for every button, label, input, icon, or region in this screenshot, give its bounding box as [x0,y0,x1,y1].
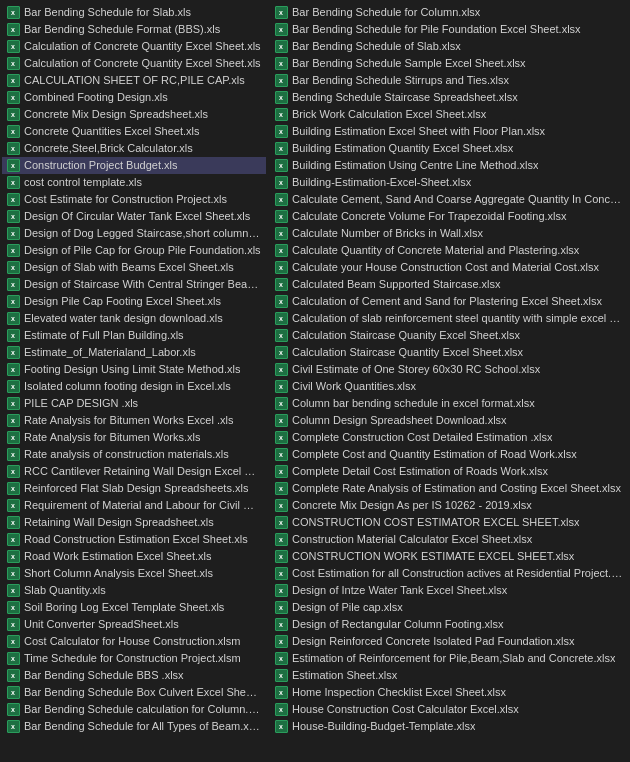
list-item[interactable]: xEstimation Sheet.xlsx [270,667,628,684]
list-item[interactable]: xBuilding Estimation Using Centre Line M… [270,157,628,174]
list-item[interactable]: xCalculate Concrete Volume For Trapezoid… [270,208,628,225]
excel-file-icon: x [6,23,20,37]
list-item[interactable]: xCost Calculator for House Construction.… [2,633,266,650]
list-item[interactable]: xEstimation of Reinforcement for Pile,Be… [270,650,628,667]
list-item[interactable]: xColumn Design Spreadsheet Download.xlsx [270,412,628,429]
list-item[interactable]: xCalculation of Cement and Sand for Plas… [270,293,628,310]
list-item[interactable]: xBrick Work Calculation Excel Sheet.xlsx [270,106,628,123]
list-item[interactable]: xFooting Design Using Limit State Method… [2,361,266,378]
list-item[interactable]: xCalculation of Concrete Quantity Excel … [2,55,266,72]
list-item[interactable]: xCivil Work Quantities.xlsx [270,378,628,395]
list-item[interactable]: xCalculation Staircase Quantity Excel Sh… [270,344,628,361]
list-item[interactable]: xRoad Construction Estimation Excel Shee… [2,531,266,548]
list-item[interactable]: xShort Column Analysis Excel Sheet.xls [2,565,266,582]
list-item[interactable]: xRequirement of Material and Labour for … [2,497,266,514]
list-item[interactable]: xSoil Boring Log Excel Template Sheet.xl… [2,599,266,616]
list-item[interactable]: xRate Analysis for Bitumen Works.xls [2,429,266,446]
list-item[interactable]: xCONSTRUCTION WORK ESTIMATE EXCEL SHEET.… [270,548,628,565]
list-item[interactable]: xcost control template.xls [2,174,266,191]
file-name-label: Requirement of Material and Labour for C… [24,497,262,514]
list-item[interactable]: xBar Bending Schedule for Slab.xls [2,4,266,21]
list-item[interactable]: xBar Bending Schedule Box Culvert Excel … [2,684,266,701]
list-item[interactable]: xDesign of Dog Legged Staircase,short co… [2,225,266,242]
list-item[interactable]: xCalculation of Concrete Quantity Excel … [2,38,266,55]
list-item[interactable]: xCivil Estimate of One Storey 60x30 RC S… [270,361,628,378]
list-item[interactable]: xConcrete Mix Design Spreadsheet.xls [2,106,266,123]
main-container: xBar Bending Schedule for Slab.xlsxBar B… [0,0,630,762]
excel-file-icon: x [274,159,288,173]
list-item[interactable]: xDesign of Staircase With Central String… [2,276,266,293]
list-item[interactable]: xRoad Work Estimation Excel Sheet.xls [2,548,266,565]
list-item[interactable]: xConstruction Project Budget.xls [2,157,266,174]
list-item[interactable]: xRCC Cantilever Retaining Wall Design Ex… [2,463,266,480]
list-item[interactable]: xBar Bending Schedule for Pile Foundatio… [270,21,628,38]
list-item[interactable]: xBar Bending Schedule Stirrups and Ties.… [270,72,628,89]
file-name-label: Design of Pile Cap for Group Pile Founda… [24,242,261,259]
list-item[interactable]: xDesign of Slab with Beams Excel Sheet.x… [2,259,266,276]
list-item[interactable]: xTime Schedule for Construction Project.… [2,650,266,667]
list-item[interactable]: xBuilding-Estimation-Excel-Sheet.xlsx [270,174,628,191]
file-name-label: Concrete,Steel,Brick Calculator.xls [24,140,193,157]
list-item[interactable]: xCONSTRUCTION COST ESTIMATOR EXCEL SHEET… [270,514,628,531]
file-name-label: Road Work Estimation Excel Sheet.xls [24,548,211,565]
list-item[interactable]: xDesign Reinforced Concrete Isolated Pad… [270,633,628,650]
excel-file-icon: x [274,448,288,462]
excel-file-icon: x [6,329,20,343]
list-item[interactable]: xConcrete Mix Design As per IS 10262 - 2… [270,497,628,514]
list-item[interactable]: xCombined Footing Design.xls [2,89,266,106]
list-item[interactable]: xCalculated Beam Supported Staircase.xls… [270,276,628,293]
list-item[interactable]: xComplete Cost and Quantity Estimation o… [270,446,628,463]
list-item[interactable]: xBending Schedule Staircase Spreadsheet.… [270,89,628,106]
list-item[interactable]: xRate analysis of construction materials… [2,446,266,463]
list-item[interactable]: xCalculation of slab reinforcement steel… [270,310,628,327]
list-item[interactable]: xComplete Construction Cost Detailed Est… [270,429,628,446]
list-item[interactable]: xComplete Detail Cost Estimation of Road… [270,463,628,480]
list-item[interactable]: xCalculate Number of Bricks in Wall.xlsx [270,225,628,242]
list-item[interactable]: xBuilding Estimation Quantity Excel Shee… [270,140,628,157]
list-item[interactable]: xBar Bending Schedule of Slab.xlsx [270,38,628,55]
list-item[interactable]: xPILE CAP DESIGN .xls [2,395,266,412]
list-item[interactable]: xRetaining Wall Design Spreadsheet.xls [2,514,266,531]
list-item[interactable]: xDesign of Pile Cap for Group Pile Found… [2,242,266,259]
list-item[interactable]: xBar Bending Schedule calculation for Co… [2,701,266,718]
list-item[interactable]: xCalculate your House Construction Cost … [270,259,628,276]
list-item[interactable]: xCalculate Quantity of Concrete Material… [270,242,628,259]
list-item[interactable]: xUnit Converter SpreadSheet.xls [2,616,266,633]
list-item[interactable]: xElevated water tank design download.xls [2,310,266,327]
list-item[interactable]: xCost Estimation for all Construction ac… [270,565,628,582]
list-item[interactable]: xReinforced Flat Slab Design Spreadsheet… [2,480,266,497]
list-item[interactable]: xDesign Pile Cap Footing Excel Sheet.xls [2,293,266,310]
list-item[interactable]: xDesign Of Circular Water Tank Excel She… [2,208,266,225]
list-item[interactable]: xIsolated column footing design in Excel… [2,378,266,395]
list-item[interactable]: xBar Bending Schedule for Column.xlsx [270,4,628,21]
list-item[interactable]: xCost Estimate for Construction Project.… [2,191,266,208]
list-item[interactable]: xHouse-Building-Budget-Template.xlsx [270,718,628,735]
list-item[interactable]: xConcrete,Steel,Brick Calculator.xls [2,140,266,157]
list-item[interactable]: xEstimate_of_Materialand_Labor.xls [2,344,266,361]
list-item[interactable]: xEstimate of Full Plan Building.xls [2,327,266,344]
list-item[interactable]: xSlab Quantity.xls [2,582,266,599]
list-item[interactable]: xBar Bending Schedule Format (BBS).xls [2,21,266,38]
list-item[interactable]: xCALCULATION SHEET OF RC,PILE CAP.xls [2,72,266,89]
list-item[interactable]: xDesign of Pile cap.xlsx [270,599,628,616]
list-item[interactable]: xCalculate Cement, Sand And Coarse Aggre… [270,191,628,208]
list-item[interactable]: xBuilding Estimation Excel Sheet with Fl… [270,123,628,140]
list-item[interactable]: xComplete Rate Analysis of Estimation an… [270,480,628,497]
list-item[interactable]: xDesign of Rectangular Column Footing.xl… [270,616,628,633]
list-item[interactable]: xBar Bending Schedule BBS .xlsx [2,667,266,684]
excel-file-icon: x [6,363,20,377]
list-item[interactable]: xConcrete Quantities Excel Sheet.xls [2,123,266,140]
excel-file-icon: x [274,431,288,445]
list-item[interactable]: xDesign of Intze Water Tank Excel Sheet.… [270,582,628,599]
file-name-label: Complete Detail Cost Estimation of Roads… [292,463,548,480]
list-item[interactable]: xConstruction Material Calculator Excel … [270,531,628,548]
list-item[interactable]: xHouse Construction Cost Calculator Exce… [270,701,628,718]
file-name-label: House Construction Cost Calculator Excel… [292,701,519,718]
list-item[interactable]: xRate Analysis for Bitumen Works Excel .… [2,412,266,429]
list-item[interactable]: xBar Bending Schedule Sample Excel Sheet… [270,55,628,72]
file-name-label: Combined Footing Design.xls [24,89,168,106]
list-item[interactable]: xBar Bending Schedule for All Types of B… [2,718,266,735]
list-item[interactable]: xHome Inspection Checklist Excel Sheet.x… [270,684,628,701]
list-item[interactable]: xCalculation Staircase Quanity Excel She… [270,327,628,344]
list-item[interactable]: xColumn bar bending schedule in excel fo… [270,395,628,412]
